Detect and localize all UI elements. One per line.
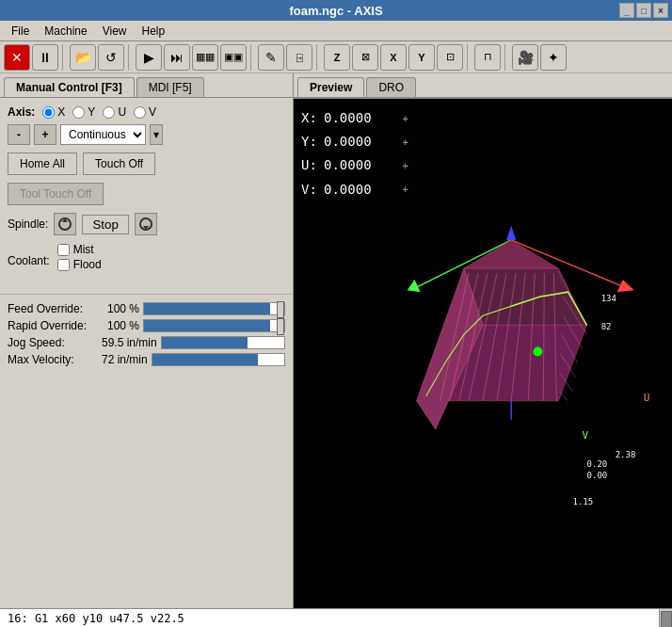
run-button[interactable]: ▶ [136,44,162,71]
axis-y-input[interactable] [72,106,85,119]
toolbar-separator-1 [62,44,66,71]
menu-file[interactable]: File [4,23,37,40]
rapid-override-value: 100 % [102,319,139,332]
touch-x-button[interactable]: ⊠ [352,44,378,71]
jog-dropdown-arrow[interactable]: ▾ [150,124,163,145]
mist-checkbox[interactable] [57,244,70,256]
jog-speed-select[interactable]: Continuous 0.0001 0.001 0.01 0.1 1.0 [60,124,146,145]
right-panel: Preview DRO X: 0.0000 ✛ Y: 0.0000 ✛ [294,73,672,608]
tab-preview[interactable]: Preview [297,77,364,97]
menu-machine[interactable]: Machine [37,23,94,40]
axis-y-label: Y [88,105,95,119]
scrollbar-thumb[interactable] [661,611,672,627]
svg-text:0.00: 0.00 [587,471,608,480]
rapid-override-label: Rapid Override: [8,319,102,332]
tab-mdi[interactable]: MDI [F5] [136,77,204,97]
step-forward-button[interactable]: ⏭ [164,44,190,71]
drill-button[interactable]: ⊡ [437,44,463,71]
home-touch-row: Home All Touch Off [8,153,285,175]
dro-u-label: U: [301,153,320,177]
flood-label: Flood [73,258,102,271]
mist-label: Mist [73,243,94,256]
tab-manual[interactable]: Manual Control [F3] [4,77,135,97]
zero-z-button[interactable]: Z [324,44,350,71]
gcode-section: 16: G1 x60 y10 u47.5 v22.517: G1 x35 y10… [0,608,672,627]
camera-button[interactable]: 🎥 [512,44,538,71]
override-section: Feed Override: 100 % Rapid Override: 100… [0,294,293,378]
axis-u-radio[interactable]: U [103,105,126,119]
gcode-scrollbar[interactable] [659,609,672,627]
mark-button[interactable]: ⍈ [286,44,312,71]
tab-bar: Manual Control [F3] MDI [F5] [0,73,293,97]
home-all-button[interactable]: Home All [8,153,77,175]
svg-text:134: 134 [601,294,616,303]
manual-tab-content: Axis: X Y U V [0,97,293,294]
mist-item[interactable]: Mist [57,243,102,256]
axis-v-input[interactable] [134,106,146,119]
stop-button[interactable]: ✕ [4,44,30,71]
dro-y-label: Y: [301,130,320,153]
svg-text:V: V [583,429,589,442]
feed-override-row: Feed Override: 100 % [8,302,285,315]
max-velocity-slider[interactable] [152,353,285,366]
menu-help[interactable]: Help [135,23,173,40]
jog-minus-button[interactable]: - [8,124,30,145]
toolbar-separator-4 [316,44,320,71]
minimize-button[interactable]: _ [619,3,634,18]
toolbar-separator-2 [128,44,132,71]
touch-off-button[interactable]: Touch Off [83,153,155,175]
axis-v-radio[interactable]: V [134,105,156,119]
open-button[interactable]: 📂 [70,44,96,71]
maximize-button[interactable]: □ [636,3,651,18]
jog-speed-slider[interactable] [161,336,285,349]
feed-override-slider[interactable] [143,302,285,315]
verify-button[interactable]: ▦▦ [192,44,218,71]
check-button[interactable]: ▣▣ [220,44,247,71]
touch-y-button[interactable]: Y [408,44,435,71]
svg-text:1.15: 1.15 [572,497,593,506]
pause-button[interactable]: ⏸ [32,44,58,71]
flood-checkbox[interactable] [57,259,70,271]
jog-speed-label: Jog Speed: [8,336,102,349]
spindle-ccw-button[interactable] [54,213,76,235]
axis-x-input[interactable] [42,106,55,119]
max-velocity-value: 72 in/min [102,353,148,366]
preview-area[interactable]: X: 0.0000 ✛ Y: 0.0000 ✛ U: 0.0000 ✛ V: 0… [294,98,672,608]
titlebar: foam.ngc - AXIS _ □ × [0,0,672,21]
toolbar-separator-3 [250,44,254,71]
dro-u-row: U: 0.0000 ✛ [301,153,408,177]
chip-button[interactable]: ✦ [540,44,567,71]
dro-x-icon: ✛ [403,110,408,127]
reload-button[interactable]: ↺ [98,44,124,71]
spindle-label: Spindle: [8,217,48,231]
tool-touch-off-button[interactable]: Tool Touch Off [8,183,104,205]
spindle-cw-button[interactable] [135,213,157,235]
jog-plus-button[interactable]: + [34,124,56,145]
lathe-button[interactable]: ⊓ [474,44,501,71]
coolant-group: Mist Flood [57,243,102,271]
feed-override-value: 100 % [102,302,139,315]
flood-item[interactable]: Flood [57,258,102,271]
dro-y-row: Y: 0.0000 ✛ [301,130,408,153]
spindle-stop-button[interactable]: Stop [82,215,128,234]
svg-text:U: U [644,392,650,404]
gcode-list[interactable]: 16: G1 x60 y10 u47.5 v22.517: G1 x35 y10… [0,609,659,627]
edit-button[interactable]: ✎ [258,44,284,71]
axis-u-label: U [118,105,126,119]
touch-x2-button[interactable]: X [380,44,407,71]
feed-override-label: Feed Override: [8,302,102,315]
toolbar-separator-6 [504,44,508,71]
max-velocity-row: Max Velocity: 72 in/min [8,353,285,366]
svg-point-32 [533,346,542,356]
coolant-label: Coolant: [8,254,50,267]
spindle-cw-icon [138,217,153,232]
axis-x-radio[interactable]: X [42,105,65,119]
window-close-button[interactable]: × [653,3,668,18]
axis-u-input[interactable] [103,106,115,119]
menu-view[interactable]: View [95,23,135,40]
rapid-override-slider[interactable] [143,319,285,332]
tab-dro[interactable]: DRO [366,77,416,97]
dro-y-value: 0.0000 [324,130,399,153]
dro-v-value: 0.0000 [324,178,399,201]
axis-y-radio[interactable]: Y [72,105,95,119]
